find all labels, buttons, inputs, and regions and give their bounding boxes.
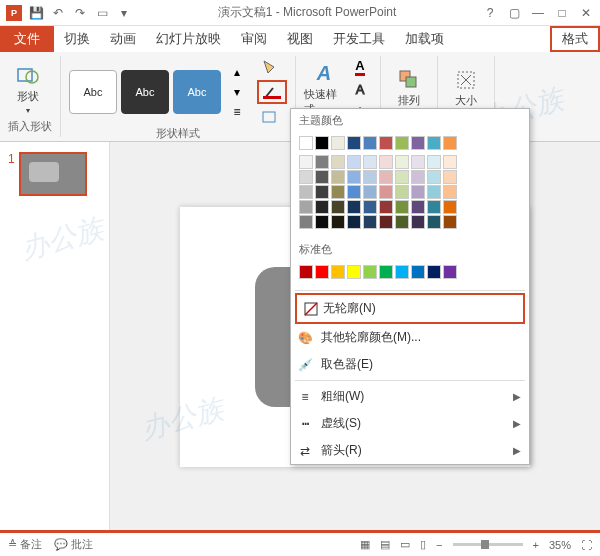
color-swatch[interactable] [411,215,425,229]
arrows-item[interactable]: ⇄ 箭头(R) ▶ [291,437,529,464]
tab-developer[interactable]: 开发工具 [323,26,395,52]
color-swatch[interactable] [347,170,361,184]
help-icon[interactable]: ? [480,3,500,23]
color-swatch[interactable] [331,185,345,199]
color-swatch[interactable] [443,170,457,184]
weight-item[interactable]: ≡ 粗细(W) ▶ [291,383,529,410]
tab-review[interactable]: 审阅 [231,26,277,52]
zoom-level[interactable]: 35% [549,539,571,551]
qat-dropdown-icon[interactable]: ▾ [114,3,134,23]
color-swatch[interactable] [315,155,329,169]
save-icon[interactable]: 💾 [26,3,46,23]
style-preset-1[interactable]: Abc [69,70,117,114]
zoom-in-button[interactable]: + [533,539,539,551]
close-icon[interactable]: ✕ [576,3,596,23]
color-swatch[interactable] [395,136,409,150]
color-swatch[interactable] [443,136,457,150]
color-swatch[interactable] [299,200,313,214]
shapes-button[interactable]: 形状 ▾ [8,59,48,119]
color-swatch[interactable] [315,265,329,279]
fit-window-icon[interactable]: ⛶ [581,539,592,551]
tab-addins[interactable]: 加载项 [395,26,454,52]
no-outline-item[interactable]: 无轮廓(N) [295,293,525,324]
color-swatch[interactable] [411,185,425,199]
color-swatch[interactable] [379,265,393,279]
tab-view[interactable]: 视图 [277,26,323,52]
color-swatch[interactable] [299,136,313,150]
tab-transitions[interactable]: 切换 [54,26,100,52]
tab-format[interactable]: 格式 [550,26,600,52]
color-swatch[interactable] [427,200,441,214]
color-swatch[interactable] [395,185,409,199]
slideshow-view-icon[interactable]: ▯ [420,538,426,551]
color-swatch[interactable] [379,215,393,229]
color-swatch[interactable] [315,136,329,150]
dashes-item[interactable]: ┅ 虚线(S) ▶ [291,410,529,437]
color-swatch[interactable] [363,185,377,199]
color-swatch[interactable] [363,136,377,150]
slideshow-icon[interactable]: ▭ [92,3,112,23]
color-swatch[interactable] [443,215,457,229]
notes-button[interactable]: ≙ 备注 [8,537,42,552]
color-swatch[interactable] [427,136,441,150]
color-swatch[interactable] [411,200,425,214]
color-swatch[interactable] [315,200,329,214]
color-swatch[interactable] [379,185,393,199]
color-swatch[interactable] [299,215,313,229]
color-swatch[interactable] [379,170,393,184]
color-swatch[interactable] [443,185,457,199]
color-swatch[interactable] [411,170,425,184]
color-swatch[interactable] [347,215,361,229]
color-swatch[interactable] [331,265,345,279]
shape-fill-button[interactable] [257,58,281,76]
shape-outline-button[interactable] [257,80,287,104]
sorter-view-icon[interactable]: ▤ [380,538,390,551]
tab-animations[interactable]: 动画 [100,26,146,52]
color-swatch[interactable] [427,265,441,279]
color-swatch[interactable] [379,200,393,214]
color-swatch[interactable] [347,136,361,150]
normal-view-icon[interactable]: ▦ [360,538,370,551]
gallery-up-icon[interactable]: ▴ [225,63,249,81]
color-swatch[interactable] [347,200,361,214]
text-fill-button[interactable]: A [348,58,372,76]
color-swatch[interactable] [315,185,329,199]
color-swatch[interactable] [299,185,313,199]
reading-view-icon[interactable]: ▭ [400,538,410,551]
color-swatch[interactable] [411,265,425,279]
color-swatch[interactable] [331,215,345,229]
color-swatch[interactable] [331,155,345,169]
eyedropper-item[interactable]: 💉 取色器(E) [291,351,529,378]
slide-thumbnail-1[interactable]: 1 [8,152,101,196]
color-swatch[interactable] [315,170,329,184]
color-swatch[interactable] [347,265,361,279]
color-swatch[interactable] [347,155,361,169]
color-swatch[interactable] [331,200,345,214]
app-icon[interactable]: P [4,3,24,23]
style-preset-2[interactable]: Abc [121,70,169,114]
text-outline-button[interactable]: A [348,80,372,98]
color-swatch[interactable] [443,265,457,279]
color-swatch[interactable] [299,155,313,169]
redo-icon[interactable]: ↷ [70,3,90,23]
style-preset-3[interactable]: Abc [173,70,221,114]
gallery-down-icon[interactable]: ▾ [225,83,249,101]
color-swatch[interactable] [443,155,457,169]
color-swatch[interactable] [395,200,409,214]
more-colors-item[interactable]: 🎨 其他轮廓颜色(M)... [291,324,529,351]
color-swatch[interactable] [299,265,313,279]
color-swatch[interactable] [427,155,441,169]
color-swatch[interactable] [395,215,409,229]
color-swatch[interactable] [427,215,441,229]
color-swatch[interactable] [331,170,345,184]
zoom-out-button[interactable]: − [436,539,442,551]
tab-file[interactable]: 文件 [0,26,54,52]
tab-slideshow[interactable]: 幻灯片放映 [146,26,231,52]
gallery-more-icon[interactable]: ≡ [225,103,249,121]
color-swatch[interactable] [379,155,393,169]
color-swatch[interactable] [443,200,457,214]
color-swatch[interactable] [411,155,425,169]
color-swatch[interactable] [395,170,409,184]
color-swatch[interactable] [315,215,329,229]
color-swatch[interactable] [427,185,441,199]
